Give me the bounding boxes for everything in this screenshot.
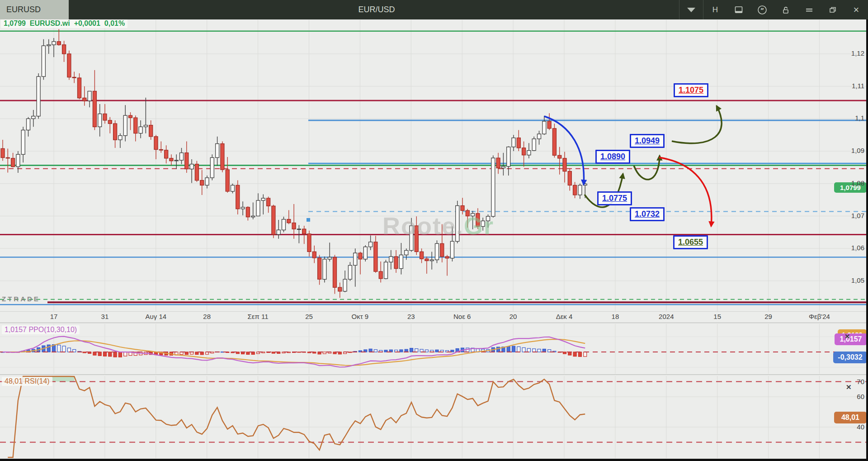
symbol-tab[interactable]: EURUSD <box>0 0 69 19</box>
symbol-tab-label: EURUSD <box>6 5 41 14</box>
price-chart-canvas[interactable] <box>0 0 868 461</box>
price-annotation-label[interactable]: 1.0732 <box>630 207 665 221</box>
window-right-edge <box>866 19 868 461</box>
svg-text:”: ” <box>760 6 764 13</box>
restore-window-icon[interactable] <box>821 0 844 19</box>
trading-terminal-window: 1,0799 EURUSD.wi +0,0001 0,01% Roote.Gr … <box>0 0 868 461</box>
window-title: EUR/USD <box>358 0 395 19</box>
rsi-indicator-label[interactable]: 48,01 RSI(14) <box>2 377 52 386</box>
quotes-icon[interactable]: ” <box>750 0 774 19</box>
dropdown-chevron-icon[interactable] <box>679 0 703 19</box>
ppo-indicator-label[interactable]: 1,0157 PPO(10,30,10) <box>2 325 80 334</box>
timeframe-h-button[interactable]: H <box>703 0 727 19</box>
price-annotation-label[interactable]: 1.1075 <box>674 83 708 97</box>
window-bottom-edge <box>0 459 868 461</box>
price-annotation-label[interactable]: 1.0890 <box>595 150 630 164</box>
menu-icon[interactable] <box>797 0 821 19</box>
close-icon[interactable]: × <box>844 0 868 19</box>
unlock-icon[interactable] <box>774 0 797 19</box>
price-annotation-label[interactable]: 1.0949 <box>630 134 665 148</box>
chart-style-icon[interactable] <box>727 0 750 19</box>
title-bar: EURUSD EUR/USD H ” <box>0 0 868 19</box>
price-annotation-label[interactable]: 1.0775 <box>597 191 632 205</box>
price-annotation-label[interactable]: 1.0655 <box>673 235 708 249</box>
